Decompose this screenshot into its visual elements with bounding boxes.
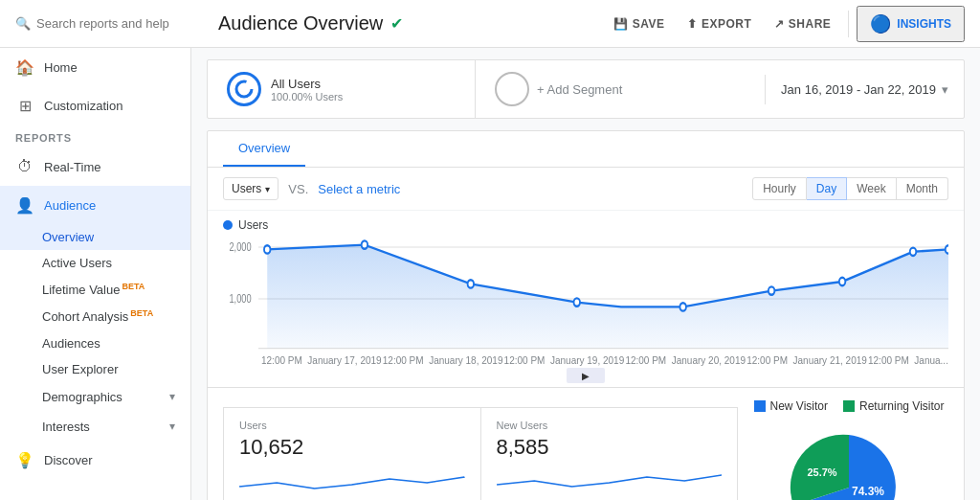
chart-area: Users 2,000: [208, 211, 964, 364]
topbar: 🔍 Audience Overview ✔ 💾 SAVE ⬆ EXPORT ↗ …: [0, 0, 980, 48]
time-btn-month[interactable]: Month: [897, 177, 948, 200]
time-btn-week[interactable]: Week: [847, 177, 896, 200]
sidebar-item-home[interactable]: 🏠 Home: [0, 48, 190, 86]
pie-chart-svg: 74.3% 25.7%: [772, 420, 925, 500]
svg-text:2,000: 2,000: [229, 239, 251, 252]
search-input[interactable]: [36, 16, 170, 31]
tab-overview[interactable]: Overview: [223, 131, 305, 167]
realtime-icon: ⏱: [15, 157, 34, 176]
topbar-title: Audience Overview ✔: [218, 12, 592, 34]
stats-area: Users 10,652 New Users 8,585: [208, 387, 753, 500]
search-area[interactable]: 🔍: [15, 16, 188, 31]
stat-users-value: 10,652: [239, 435, 465, 460]
sidebar-discover-label: Discover: [44, 453, 93, 467]
demographics-chevron-icon: ▾: [169, 390, 175, 403]
sidebar-item-realtime[interactable]: ⏱ Real-Time: [0, 148, 190, 186]
segment-sub: 100.00% Users: [271, 91, 343, 102]
metric-select-chevron-icon: ▾: [265, 184, 270, 194]
sidebar-sub-user-explorer[interactable]: User Explorer: [0, 356, 190, 382]
overview-tabs: Overview: [208, 131, 964, 168]
verified-icon: ✔: [390, 14, 403, 33]
metric-select[interactable]: Users ▾: [223, 177, 278, 200]
page-title: Audience Overview: [218, 12, 383, 34]
segment-add-label: + Add Segment: [537, 82, 622, 97]
share-icon: ↗: [774, 17, 785, 31]
segment-bar: All Users 100.00% Users + Add Segment Ja…: [207, 59, 965, 119]
select-metric-link[interactable]: Select a metric: [318, 182, 400, 196]
date-range-selector[interactable]: Jan 16, 2019 - Jan 22, 2019 ▾: [765, 75, 964, 104]
pie-area: New Visitor Returning Visitor: [753, 387, 964, 500]
cohort-beta-badge: BETA: [130, 308, 153, 318]
new-visitor-label: New Visitor: [770, 399, 828, 413]
sidebar-sub-audiences[interactable]: Audiences: [0, 330, 190, 356]
search-icon: 🔍: [15, 16, 31, 31]
content-inner: All Users 100.00% Users + Add Segment Ja…: [191, 48, 980, 500]
audience-icon: 👤: [15, 195, 34, 215]
svg-point-7: [362, 240, 368, 248]
sidebar-customization-label: Customization: [44, 99, 122, 113]
chart-x-labels: 12:00 PM January 17, 2019 12:00 PM Janua…: [223, 353, 948, 374]
stats-chart-row: Users 10,652 New Users 8,585: [208, 387, 964, 500]
date-range-chevron-icon: ▾: [942, 82, 948, 97]
pie-label-25: 25.7%: [807, 466, 836, 478]
save-button[interactable]: 💾 SAVE: [604, 11, 674, 36]
pie-label-74: 74.3%: [852, 485, 884, 498]
chart-legend-label: Users: [238, 218, 268, 232]
svg-point-6: [264, 245, 270, 253]
time-btn-hourly[interactable]: Hourly: [752, 177, 807, 200]
sidebar-item-discover[interactable]: 💡 Discover: [0, 442, 190, 480]
stats-grid: Users 10,652 New Users 8,585: [223, 407, 738, 500]
time-buttons: Hourly Day Week Month: [752, 177, 948, 200]
returning-visitor-label: Returning Visitor: [859, 399, 945, 413]
segment-circle: [227, 72, 261, 106]
time-btn-day[interactable]: Day: [807, 177, 847, 200]
sidebar-item-interests[interactable]: Interests ▾: [0, 412, 190, 442]
home-icon: 🏠: [15, 57, 34, 77]
sidebar: 🏠 Home ⊞ Customization REPORTS ⏱ Real-Ti…: [0, 48, 191, 500]
svg-point-9: [574, 298, 580, 306]
stat-new-users-sparkline: [497, 466, 723, 492]
demographics-label: Demographics: [42, 390, 122, 404]
svg-point-10: [679, 303, 685, 310]
sidebar-sub-overview[interactable]: Overview: [0, 224, 190, 250]
stat-new-users-value: 8,585: [497, 435, 723, 460]
segment-add-button[interactable]: + Add Segment: [476, 60, 765, 118]
segment-donut-icon: [234, 80, 254, 99]
svg-point-14: [946, 245, 948, 253]
sidebar-item-customization[interactable]: ⊞ Customization: [0, 86, 190, 125]
vs-label: VS.: [288, 182, 308, 196]
export-icon: ⬆: [687, 17, 698, 31]
segment-item-all-users[interactable]: All Users 100.00% Users: [208, 60, 476, 118]
pie-legend-new-visitor: New Visitor: [754, 399, 828, 413]
svg-point-13: [910, 248, 916, 256]
sidebar-item-audience[interactable]: 👤 Audience: [0, 186, 190, 224]
legend-dot-users: [223, 220, 233, 230]
topbar-divider: [848, 11, 849, 37]
discover-icon: 💡: [15, 451, 34, 470]
reports-section-label: REPORTS: [0, 125, 190, 148]
sidebar-item-demographics[interactable]: Demographics ▾: [0, 382, 190, 412]
segment-add-circle: [495, 72, 529, 106]
sidebar-sub-lifetime-value[interactable]: Lifetime ValueBETA: [0, 276, 190, 303]
interests-chevron-icon: ▾: [169, 420, 175, 433]
stat-users-sparkline: [239, 466, 465, 492]
controls-row: Users ▾ VS. Select a metric Hourly Day W…: [208, 168, 964, 211]
save-icon: 💾: [613, 17, 629, 31]
returning-visitor-color-swatch: [843, 400, 855, 412]
chart-legend: Users: [223, 218, 948, 232]
pie-legend: New Visitor Returning Visitor: [754, 399, 945, 413]
sidebar-sub-cohort-analysis[interactable]: Cohort AnalysisBETA: [0, 303, 190, 330]
export-button[interactable]: ⬆ EXPORT: [678, 11, 761, 36]
stat-new-users-label: New Users: [497, 420, 723, 431]
content-area: All Users 100.00% Users + Add Segment Ja…: [191, 48, 980, 500]
insights-button[interactable]: 🔵 INSIGHTS: [857, 6, 965, 42]
svg-point-8: [468, 280, 474, 287]
sidebar-audience-label: Audience: [44, 198, 96, 213]
pie-legend-returning-visitor: Returning Visitor: [843, 399, 945, 413]
sidebar-sub-active-users[interactable]: Active Users: [0, 250, 190, 276]
share-button[interactable]: ↗ SHARE: [765, 11, 840, 36]
svg-point-11: [768, 286, 774, 294]
lifetime-value-beta-badge: BETA: [122, 282, 145, 291]
segment-info: All Users 100.00% Users: [271, 77, 343, 102]
sidebar-realtime-label: Real-Time: [44, 160, 100, 174]
